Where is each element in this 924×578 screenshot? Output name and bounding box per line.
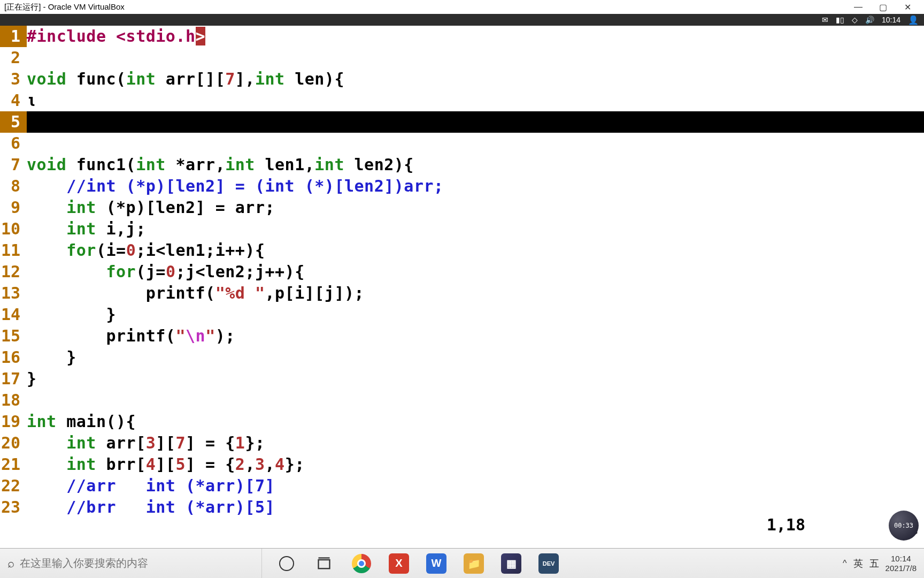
user-icon[interactable]: 👤 [908,15,919,25]
code-text: #include <stdio.h> [27,26,924,47]
system-tray: ^ 英 五 10:14 2021/7/8 [835,554,924,573]
line-number: 14 [0,304,27,325]
line-number: 7 [0,154,27,176]
floating-widget[interactable]: 00:33 [889,511,919,541]
code-text: } [27,111,924,133]
code-text: for(j=0;j<len2;j++){ [27,261,924,283]
code-text: for(i=0;i<len1;i++){ [27,240,924,261]
code-line[interactable]: 6 [0,133,924,154]
line-number: 10 [0,218,27,240]
cortana-icon[interactable] [276,553,297,574]
mail-icon[interactable]: ✉ [822,16,828,24]
tray-clock[interactable]: 10:14 2021/7/8 [886,554,917,573]
explorer-icon[interactable]: 📁 [463,553,484,574]
cursor-position: 1,18 [767,515,805,537]
window-title: [正在运行] - Oracle VM VirtualBox [4,2,125,12]
volume-icon[interactable]: 🔊 [865,16,874,24]
line-number: 2 [0,47,27,69]
code-line[interactable]: 7void func1(int *arr,int len1,int len2){ [0,154,924,176]
minimize-button[interactable]: — [846,2,871,12]
line-number: 18 [0,390,27,411]
line-number: 6 [0,133,27,154]
code-text: } [27,347,924,368]
code-line[interactable]: 12 for(j=0;j<len2;j++){ [0,261,924,283]
code-text: } [27,368,924,390]
guest-menubar: ✉ ▮▯ ◇ 🔊 10:14 👤 [0,14,924,26]
line-number: 17 [0,368,27,390]
code-text: int main(){ [27,411,924,432]
code-text: printf("\n"); [27,325,924,347]
code-line[interactable]: 2 [0,47,924,69]
code-text: int brr[4][5] = {2,3,4}; [27,454,924,475]
code-line[interactable]: 8 //int (*p)[len2] = (int (*)[len2])arr; [0,176,924,197]
code-line[interactable]: 5} [0,111,924,133]
code-line[interactable]: 22 //arr int (*arr)[7] [0,475,924,497]
code-line[interactable]: 14 } [0,304,924,325]
line-number: 1 [0,26,27,47]
svg-rect-0 [319,560,330,568]
line-number: 5 [0,111,27,133]
code-text: } [27,304,924,325]
code-line[interactable]: 9 int (*p)[len2] = arr; [0,197,924,218]
code-text: ι [27,90,924,111]
code-line[interactable]: 11 for(i=0;i<len1;i++){ [0,240,924,261]
line-number: 15 [0,325,27,347]
maximize-button[interactable]: ▢ [871,2,895,12]
ime-lang1[interactable]: 英 [853,557,863,570]
code-line[interactable]: 19int main(){ [0,411,924,432]
battery-icon[interactable]: ▮▯ [836,16,844,24]
code-text: int (*p)[len2] = arr; [27,197,924,218]
wps-icon[interactable]: W [426,553,447,574]
code-editor[interactable]: 1#include <stdio.h>23void func(int arr[]… [0,26,924,539]
code-text: int arr[3][7] = {1}; [27,432,924,454]
line-number: 8 [0,176,27,197]
search-icon: ⌕ [7,557,14,571]
code-line[interactable]: 21 int brr[4][5] = {2,3,4}; [0,454,924,475]
tray-chevron-icon[interactable]: ^ [843,559,847,568]
line-number: 11 [0,240,27,261]
code-text: //arr int (*arr)[7] [27,475,924,497]
taskbar-icons: X W 📁 ▦ DEV [262,553,573,574]
code-text: void func(int arr[][7],int len){ [27,69,924,90]
code-line[interactable]: 17} [0,368,924,390]
code-line[interactable]: 13 printf("%d ",p[i][j]); [0,283,924,304]
menubar-time[interactable]: 10:14 [882,16,900,24]
chrome-icon[interactable] [351,553,372,574]
search-box[interactable]: ⌕ [0,549,262,578]
line-number: 4 [0,90,27,111]
titlebar: [正在运行] - Oracle VM VirtualBox — ▢ ✕ [0,0,924,14]
xshell-icon[interactable]: X [388,553,410,574]
line-number: 9 [0,197,27,218]
line-number: 20 [0,432,27,454]
code-text [27,390,924,411]
close-button[interactable]: ✕ [895,2,920,12]
code-text: int i,j; [27,218,924,240]
line-number: 3 [0,69,27,90]
code-line[interactable]: 20 int arr[3][7] = {1}; [0,432,924,454]
vmware-icon[interactable]: ▦ [500,553,522,574]
code-line[interactable]: 3void func(int arr[][7],int len){ [0,69,924,90]
line-number: 23 [0,497,27,518]
taskview-icon[interactable] [313,553,335,574]
code-text: void func1(int *arr,int len1,int len2){ [27,154,924,176]
code-line[interactable]: 4ι [0,90,924,111]
code-line[interactable]: 1#include <stdio.h> [0,26,924,47]
code-text: //int (*p)[len2] = (int (*)[len2])arr; [27,176,924,197]
code-text [27,133,924,154]
line-number: 21 [0,454,27,475]
line-number: 19 [0,411,27,432]
code-line[interactable]: 16 } [0,347,924,368]
code-line[interactable]: 15 printf("\n"); [0,325,924,347]
search-input[interactable] [20,557,254,569]
line-number: 16 [0,347,27,368]
line-number: 22 [0,475,27,497]
wifi-icon[interactable]: ◇ [852,16,858,24]
line-number: 12 [0,261,27,283]
code-line[interactable]: 10 int i,j; [0,218,924,240]
devcpp-icon[interactable]: DEV [538,553,559,574]
code-text: printf("%d ",p[i][j]); [27,283,924,304]
ime-lang2[interactable]: 五 [869,557,879,570]
code-line[interactable]: 18 [0,390,924,411]
code-text [27,47,924,69]
taskbar: ⌕ X W 📁 ▦ DEV ^ 英 五 10:14 2021/7/8 [0,548,924,578]
